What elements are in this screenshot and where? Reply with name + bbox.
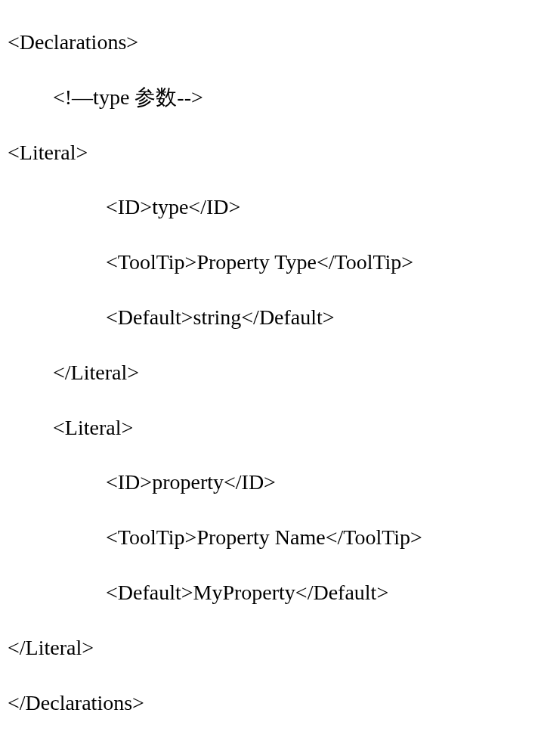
code-line: <ToolTip>Property Name</ToolTip> [8,510,533,565]
code-line: <Literal> [8,401,533,456]
code-line: <Default>MyProperty</Default> [8,565,533,621]
code-line: <!—type 参数--> [8,70,533,125]
code-line: </Declarations> [8,676,533,731]
code-line: <Literal> [8,125,533,181]
code-line: <Declarations> [8,15,533,70]
code-line: <ID>property</ID> [8,455,533,510]
code-line: <Default>string</Default> [8,290,533,345]
code-line: <ID>type</ID> [8,180,533,235]
code-line: </Literal> [8,621,533,676]
code-line: </Literal> [8,345,533,401]
code-line: <ToolTip>Property Type</ToolTip> [8,235,533,290]
